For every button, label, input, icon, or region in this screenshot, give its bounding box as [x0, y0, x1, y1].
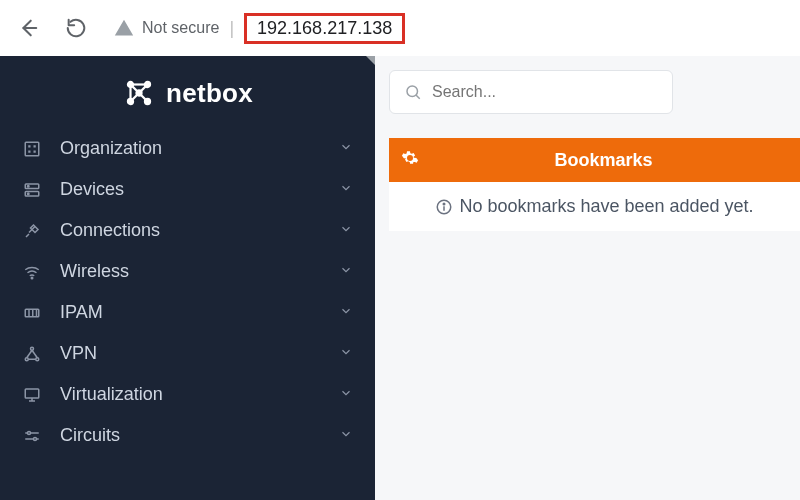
svg-line-27	[27, 350, 32, 358]
chevron-down-icon	[339, 220, 353, 241]
chevron-down-icon	[339, 179, 353, 200]
sidebar-item-label: Connections	[60, 220, 321, 241]
sidebar-item-label: IPAM	[60, 302, 321, 323]
sidebar-item-label: Virtualization	[60, 384, 321, 405]
plug-icon	[22, 222, 42, 240]
svg-point-41	[444, 203, 446, 205]
brand-logo[interactable]: netbox	[0, 66, 375, 128]
svg-point-24	[31, 347, 34, 350]
svg-point-18	[28, 193, 30, 195]
chevron-down-icon	[339, 261, 353, 282]
svg-rect-11	[28, 145, 30, 147]
svg-point-35	[28, 431, 31, 434]
brand-name: netbox	[166, 78, 253, 109]
search-box[interactable]	[389, 70, 673, 114]
sidebar-item-ipam[interactable]: IPAM	[0, 292, 375, 333]
svg-point-17	[28, 185, 30, 187]
chevron-down-icon	[339, 425, 353, 446]
wifi-icon	[22, 263, 42, 281]
server-icon	[22, 181, 42, 199]
empty-state-text: No bookmarks have been added yet.	[459, 196, 753, 217]
sidebar-item-organization[interactable]: Organization	[0, 128, 375, 169]
back-button[interactable]	[10, 10, 46, 46]
svg-rect-12	[34, 145, 36, 147]
netbox-logo-icon	[122, 76, 156, 110]
panel-header: Bookmarks	[389, 138, 800, 182]
panel-body: No bookmarks have been added yet.	[389, 182, 800, 231]
chevron-down-icon	[339, 343, 353, 364]
graph-icon	[22, 345, 42, 363]
panel-title: Bookmarks	[419, 150, 788, 171]
sidebar-item-devices[interactable]: Devices	[0, 169, 375, 210]
sidebar-item-wireless[interactable]: Wireless	[0, 251, 375, 292]
sidebar-item-label: Circuits	[60, 425, 321, 446]
svg-line-28	[32, 350, 37, 358]
search-input[interactable]	[432, 83, 658, 101]
not-secure-label: Not secure	[142, 19, 219, 37]
sidebar-item-virtualization[interactable]: Virtualization	[0, 374, 375, 415]
svg-point-37	[407, 86, 418, 97]
sidebar-item-connections[interactable]: Connections	[0, 210, 375, 251]
sidebar-item-circuits[interactable]: Circuits	[0, 415, 375, 456]
info-icon	[435, 198, 453, 216]
url-display[interactable]: 192.168.217.138	[244, 13, 405, 44]
warning-icon	[114, 18, 134, 38]
svg-point-19	[31, 277, 33, 279]
address-bar[interactable]: Not secure | 192.168.217.138	[106, 13, 790, 44]
bookmarks-panel: Bookmarks No bookmarks have been added y…	[389, 138, 800, 231]
svg-line-38	[416, 95, 420, 99]
gear-icon[interactable]	[401, 149, 419, 172]
sidebar-item-label: Devices	[60, 179, 321, 200]
svg-point-36	[34, 437, 37, 440]
sidebar-item-label: VPN	[60, 343, 321, 364]
chevron-down-icon	[339, 138, 353, 159]
address-divider: |	[229, 18, 234, 39]
monitor-icon	[22, 386, 42, 404]
sidebar-item-label: Organization	[60, 138, 321, 159]
chevron-down-icon	[339, 302, 353, 323]
sidebar-item-vpn[interactable]: VPN	[0, 333, 375, 374]
counter-icon	[22, 304, 42, 322]
security-indicator[interactable]: Not secure	[114, 18, 219, 38]
svg-rect-13	[28, 150, 30, 152]
svg-point-26	[36, 357, 39, 360]
svg-rect-30	[25, 389, 39, 398]
svg-point-25	[25, 357, 28, 360]
browser-toolbar: Not secure | 192.168.217.138	[0, 0, 800, 56]
sidebar: netbox Organization Devices Connections …	[0, 56, 375, 500]
reload-button[interactable]	[58, 10, 94, 46]
sidebar-collapse-handle[interactable]	[366, 56, 375, 65]
circuit-icon	[22, 427, 42, 445]
chevron-down-icon	[339, 384, 353, 405]
building-icon	[22, 140, 42, 158]
svg-rect-10	[25, 142, 39, 156]
svg-rect-14	[34, 150, 36, 152]
main-content: Bookmarks No bookmarks have been added y…	[375, 56, 800, 500]
search-icon	[404, 83, 422, 101]
sidebar-item-label: Wireless	[60, 261, 321, 282]
